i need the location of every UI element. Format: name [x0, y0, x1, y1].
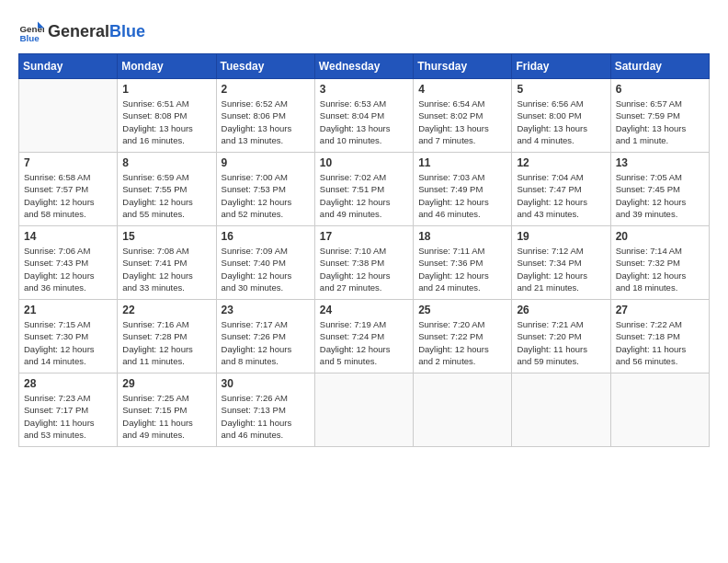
- calendar-cell: 14Sunrise: 7:06 AM Sunset: 7:43 PM Dayli…: [19, 226, 118, 300]
- day-number: 19: [517, 230, 605, 243]
- day-info: Sunrise: 6:56 AM Sunset: 8:00 PM Dayligh…: [517, 98, 605, 146]
- day-number: 10: [320, 156, 408, 169]
- calendar-cell: [512, 373, 610, 447]
- calendar-cell: 8Sunrise: 6:59 AM Sunset: 7:55 PM Daylig…: [118, 153, 216, 226]
- day-number: 23: [222, 304, 310, 316]
- day-info: Sunrise: 7:26 AM Sunset: 7:13 PM Dayligh…: [222, 392, 310, 441]
- day-number: 3: [320, 83, 408, 96]
- logo: General Blue GeneralBlue: [18, 18, 145, 44]
- day-number: 16: [222, 230, 310, 243]
- calendar-header-row: SundayMondayTuesdayWednesdayThursdayFrid…: [19, 54, 710, 79]
- logo-blue: Blue: [109, 22, 145, 40]
- week-row-1: 1Sunrise: 6:51 AM Sunset: 8:08 PM Daylig…: [19, 79, 710, 153]
- day-number: 25: [418, 304, 506, 316]
- week-row-5: 28Sunrise: 7:23 AM Sunset: 7:17 PM Dayli…: [19, 373, 710, 447]
- day-info: Sunrise: 7:06 AM Sunset: 7:43 PM Dayligh…: [24, 245, 112, 293]
- calendar-cell: 9Sunrise: 7:00 AM Sunset: 7:53 PM Daylig…: [216, 153, 314, 226]
- calendar-cell: 27Sunrise: 7:22 AM Sunset: 7:18 PM Dayli…: [610, 300, 709, 373]
- day-info: Sunrise: 7:20 AM Sunset: 7:22 PM Dayligh…: [418, 318, 506, 367]
- day-header-saturday: Saturday: [610, 54, 709, 79]
- calendar-cell: 11Sunrise: 7:03 AM Sunset: 7:49 PM Dayli…: [414, 153, 512, 226]
- day-info: Sunrise: 6:57 AM Sunset: 7:59 PM Dayligh…: [616, 98, 704, 146]
- calendar-cell: 24Sunrise: 7:19 AM Sunset: 7:24 PM Dayli…: [314, 300, 413, 373]
- svg-text:Blue: Blue: [19, 33, 40, 43]
- day-info: Sunrise: 6:58 AM Sunset: 7:57 PM Dayligh…: [24, 171, 112, 220]
- calendar-cell: 10Sunrise: 7:02 AM Sunset: 7:51 PM Dayli…: [314, 153, 413, 226]
- calendar-cell: [414, 373, 512, 447]
- calendar-cell: 23Sunrise: 7:17 AM Sunset: 7:26 PM Dayli…: [216, 300, 314, 373]
- day-info: Sunrise: 7:03 AM Sunset: 7:49 PM Dayligh…: [418, 171, 506, 220]
- logo-general: General: [48, 22, 109, 40]
- day-number: 20: [616, 230, 704, 243]
- calendar-cell: 5Sunrise: 6:56 AM Sunset: 8:00 PM Daylig…: [512, 79, 610, 153]
- calendar-cell: 19Sunrise: 7:12 AM Sunset: 7:34 PM Dayli…: [512, 226, 610, 300]
- day-number: 1: [122, 83, 210, 96]
- day-info: Sunrise: 6:51 AM Sunset: 8:08 PM Dayligh…: [122, 98, 210, 146]
- day-header-monday: Monday: [118, 54, 216, 79]
- logo-icon: General Blue: [18, 18, 44, 44]
- calendar-cell: [610, 373, 709, 447]
- day-info: Sunrise: 7:12 AM Sunset: 7:34 PM Dayligh…: [517, 245, 605, 293]
- calendar-cell: [19, 79, 118, 153]
- day-number: 9: [222, 156, 310, 169]
- week-row-2: 7Sunrise: 6:58 AM Sunset: 7:57 PM Daylig…: [19, 153, 710, 226]
- day-info: Sunrise: 7:23 AM Sunset: 7:17 PM Dayligh…: [24, 392, 112, 441]
- day-info: Sunrise: 7:02 AM Sunset: 7:51 PM Dayligh…: [320, 171, 408, 220]
- header: General Blue GeneralBlue: [18, 18, 710, 44]
- day-info: Sunrise: 6:59 AM Sunset: 7:55 PM Dayligh…: [122, 171, 210, 220]
- calendar-cell: 3Sunrise: 6:53 AM Sunset: 8:04 PM Daylig…: [314, 79, 413, 153]
- calendar-cell: 30Sunrise: 7:26 AM Sunset: 7:13 PM Dayli…: [216, 373, 314, 447]
- week-row-3: 14Sunrise: 7:06 AM Sunset: 7:43 PM Dayli…: [19, 226, 710, 300]
- calendar-cell: 25Sunrise: 7:20 AM Sunset: 7:22 PM Dayli…: [414, 300, 512, 373]
- day-info: Sunrise: 6:54 AM Sunset: 8:02 PM Dayligh…: [418, 98, 506, 146]
- day-header-thursday: Thursday: [414, 54, 512, 79]
- day-number: 17: [320, 230, 408, 243]
- day-number: 14: [24, 230, 112, 243]
- day-header-wednesday: Wednesday: [314, 54, 413, 79]
- week-row-4: 21Sunrise: 7:15 AM Sunset: 7:30 PM Dayli…: [19, 300, 710, 373]
- calendar-cell: [314, 373, 413, 447]
- calendar-cell: 28Sunrise: 7:23 AM Sunset: 7:17 PM Dayli…: [19, 373, 118, 447]
- day-info: Sunrise: 7:16 AM Sunset: 7:28 PM Dayligh…: [122, 318, 210, 367]
- calendar-cell: 20Sunrise: 7:14 AM Sunset: 7:32 PM Dayli…: [610, 226, 709, 300]
- day-info: Sunrise: 6:53 AM Sunset: 8:04 PM Dayligh…: [320, 98, 408, 146]
- calendar-cell: 12Sunrise: 7:04 AM Sunset: 7:47 PM Dayli…: [512, 153, 610, 226]
- calendar-cell: 2Sunrise: 6:52 AM Sunset: 8:06 PM Daylig…: [216, 79, 314, 153]
- day-info: Sunrise: 7:14 AM Sunset: 7:32 PM Dayligh…: [616, 245, 704, 293]
- day-info: Sunrise: 7:09 AM Sunset: 7:40 PM Dayligh…: [222, 245, 310, 293]
- calendar-cell: 21Sunrise: 7:15 AM Sunset: 7:30 PM Dayli…: [19, 300, 118, 373]
- calendar-cell: 1Sunrise: 6:51 AM Sunset: 8:08 PM Daylig…: [118, 79, 216, 153]
- calendar-body: 1Sunrise: 6:51 AM Sunset: 8:08 PM Daylig…: [19, 79, 710, 447]
- day-header-sunday: Sunday: [19, 54, 118, 79]
- calendar-cell: 29Sunrise: 7:25 AM Sunset: 7:15 PM Dayli…: [118, 373, 216, 447]
- day-info: Sunrise: 7:05 AM Sunset: 7:45 PM Dayligh…: [616, 171, 704, 220]
- day-number: 2: [222, 83, 310, 96]
- calendar-cell: 22Sunrise: 7:16 AM Sunset: 7:28 PM Dayli…: [118, 300, 216, 373]
- day-info: Sunrise: 7:25 AM Sunset: 7:15 PM Dayligh…: [122, 392, 210, 441]
- calendar-cell: 13Sunrise: 7:05 AM Sunset: 7:45 PM Dayli…: [610, 153, 709, 226]
- day-number: 15: [122, 230, 210, 243]
- day-header-friday: Friday: [512, 54, 610, 79]
- day-info: Sunrise: 7:19 AM Sunset: 7:24 PM Dayligh…: [320, 318, 408, 367]
- day-number: 12: [517, 156, 605, 169]
- day-info: Sunrise: 7:17 AM Sunset: 7:26 PM Dayligh…: [222, 318, 310, 367]
- calendar-cell: 17Sunrise: 7:10 AM Sunset: 7:38 PM Dayli…: [314, 226, 413, 300]
- day-number: 26: [517, 304, 605, 316]
- day-number: 22: [122, 304, 210, 316]
- day-info: Sunrise: 7:11 AM Sunset: 7:36 PM Dayligh…: [418, 245, 506, 293]
- day-header-tuesday: Tuesday: [216, 54, 314, 79]
- day-number: 30: [222, 377, 310, 390]
- day-info: Sunrise: 7:00 AM Sunset: 7:53 PM Dayligh…: [222, 171, 310, 220]
- day-number: 21: [24, 304, 112, 316]
- day-number: 6: [616, 83, 704, 96]
- day-number: 24: [320, 304, 408, 316]
- day-info: Sunrise: 7:22 AM Sunset: 7:18 PM Dayligh…: [616, 318, 704, 367]
- day-info: Sunrise: 7:15 AM Sunset: 7:30 PM Dayligh…: [24, 318, 112, 367]
- day-info: Sunrise: 7:10 AM Sunset: 7:38 PM Dayligh…: [320, 245, 408, 293]
- calendar-cell: 7Sunrise: 6:58 AM Sunset: 7:57 PM Daylig…: [19, 153, 118, 226]
- calendar-table: SundayMondayTuesdayWednesdayThursdayFrid…: [18, 53, 710, 447]
- day-info: Sunrise: 7:08 AM Sunset: 7:41 PM Dayligh…: [122, 245, 210, 293]
- day-info: Sunrise: 7:21 AM Sunset: 7:20 PM Dayligh…: [517, 318, 605, 367]
- calendar-cell: 4Sunrise: 6:54 AM Sunset: 8:02 PM Daylig…: [414, 79, 512, 153]
- calendar-cell: 26Sunrise: 7:21 AM Sunset: 7:20 PM Dayli…: [512, 300, 610, 373]
